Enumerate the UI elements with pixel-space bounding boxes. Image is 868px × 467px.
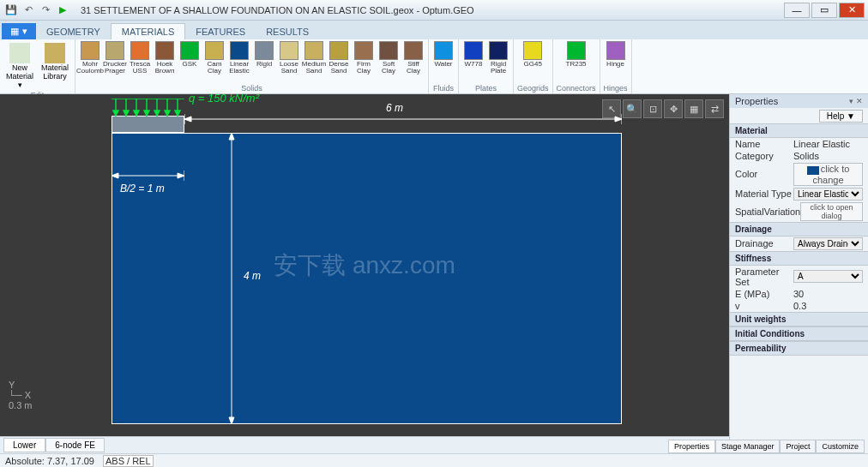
material-gsk[interactable]: GSK	[178, 41, 201, 68]
zoom-extents-icon[interactable]: ⊡	[643, 99, 662, 118]
material-new-material[interactable]: New Material ▾	[3, 41, 36, 90]
dim-height-label: 4 m	[244, 270, 261, 282]
svg-marker-11	[229, 133, 234, 140]
material-tr235[interactable]: TR235	[565, 41, 588, 68]
prop-color[interactable]: click to change	[793, 163, 863, 186]
prop-v[interactable]: 0.3	[793, 301, 863, 311]
material-material-library[interactable]: Material Library	[39, 41, 71, 81]
material-hinge[interactable]: Hinge	[605, 41, 627, 68]
tab-materials[interactable]: MATERIALS	[111, 23, 186, 39]
qat-undo-icon[interactable]: ↶	[21, 3, 36, 18]
minimize-button[interactable]: —	[784, 3, 810, 18]
material-firm-clay[interactable]: Firm Clay	[353, 41, 375, 75]
window-title: 31 SETTLEMENT OF A SHALLOW FOUNDATION ON…	[81, 5, 782, 15]
svg-marker-16	[112, 173, 118, 178]
footing-region[interactable]	[112, 116, 184, 133]
load-arrows	[112, 99, 184, 116]
material-w778[interactable]: W778	[462, 41, 485, 68]
qat-run-icon[interactable]: ▶	[55, 3, 70, 18]
help-button[interactable]: Help ▼	[819, 110, 863, 123]
prop-e[interactable]: 30	[793, 289, 863, 299]
file-tab[interactable]: ▦▾	[2, 23, 36, 39]
dim-width-label: 6 m	[386, 102, 403, 114]
material-hoek-brown[interactable]: Hoek Brown	[154, 41, 176, 75]
section-initial[interactable]: Initial Conditions	[730, 326, 868, 341]
grid-icon: ▦	[10, 26, 19, 37]
close-button[interactable]: ✕	[839, 3, 865, 18]
section-permeability[interactable]: Permeability	[730, 341, 868, 356]
qat-save-icon[interactable]: 💾	[3, 3, 19, 18]
grid-toggle-icon[interactable]: ▦	[684, 99, 703, 118]
dim-b2-label: B/2 = 1 m	[120, 183, 165, 195]
svg-marker-2	[113, 111, 118, 116]
panel-tab-properties[interactable]: Properties	[668, 440, 715, 453]
material-water[interactable]: Water	[432, 41, 455, 68]
svg-marker-17	[178, 173, 184, 178]
material-stiff-clay[interactable]: Stiff Clay	[402, 41, 425, 75]
section-unitweights[interactable]: Unit weights	[730, 312, 868, 326]
material-loose-sand[interactable]: Loose Sand	[278, 41, 300, 75]
material-gg45[interactable]: GG45	[521, 41, 544, 68]
status-coords: Absolute: 7.37, 17.09	[5, 456, 94, 466]
material-dense-sand[interactable]: Dense Sand	[328, 41, 350, 75]
tab-geometry[interactable]: GEOMETRY	[36, 24, 111, 39]
material-cam-clay[interactable]: Cam Clay	[203, 41, 226, 75]
prop-category: Solids	[793, 151, 863, 161]
prop-material-type[interactable]: Linear Elastic	[793, 188, 863, 201]
canvas-tab-6node[interactable]: 6-node FE	[45, 438, 105, 452]
prop-paramset[interactable]: A	[793, 270, 863, 283]
material-mohr-coulomb[interactable]: Mohr Coulomb	[79, 41, 101, 75]
prop-spatial[interactable]: click to open dialog	[800, 202, 863, 221]
snap-toggle-icon[interactable]: ⇄	[705, 99, 724, 118]
section-material[interactable]: Material	[730, 123, 868, 138]
material-linear-elastic[interactable]: Linear Elastic	[228, 41, 250, 75]
tab-features[interactable]: FEATURES	[185, 24, 256, 39]
panel-tab-project[interactable]: Project	[780, 440, 816, 453]
prop-name[interactable]: Linear Elastic	[793, 139, 863, 149]
panel-title: Properties	[735, 96, 778, 106]
material-soft-clay[interactable]: Soft Clay	[377, 41, 400, 75]
panel-tab-stage[interactable]: Stage Manager	[715, 440, 781, 453]
coord-mode-toggle[interactable]: ABS / REL	[103, 455, 154, 467]
material-tresca-uss[interactable]: Tresca USS	[129, 41, 151, 75]
axis-indicator: Y └─ X 0.3 m	[9, 380, 33, 410]
maximize-button[interactable]: ▭	[811, 3, 837, 18]
qat-redo-icon[interactable]: ↷	[38, 3, 53, 18]
dim-b2	[112, 167, 184, 184]
dim-height	[223, 133, 240, 424]
panel-tab-customize[interactable]: Customize	[816, 440, 865, 453]
svg-marker-7	[615, 117, 622, 122]
svg-marker-6	[184, 117, 191, 122]
section-drainage[interactable]: Drainage	[730, 222, 868, 236]
pan-icon[interactable]: ✥	[664, 99, 683, 118]
tab-results[interactable]: RESULTS	[256, 24, 319, 39]
properties-panel: Properties ▾ ✕ Help ▼ Material NameLinea…	[729, 94, 868, 453]
material-drucker-prager[interactable]: Drucker Prager	[104, 41, 126, 75]
canvas-tab-lower[interactable]: Lower	[3, 438, 45, 452]
material-rigid[interactable]: Rigid	[253, 41, 275, 68]
material-rigid-plate[interactable]: Rigid Plate	[487, 41, 509, 75]
section-stiffness[interactable]: Stiffness	[730, 251, 868, 266]
prop-drainage[interactable]: Always Drained	[793, 237, 863, 250]
model-canvas[interactable]: ↖ 🔍 ⊡ ✥ ▦ ⇄ q = 150 kN/m²	[0, 94, 729, 436]
material-medium-sand[interactable]: Medium Sand	[303, 41, 325, 75]
load-label: q = 150 kN/m²	[189, 94, 259, 105]
soil-region[interactable]	[112, 133, 622, 424]
svg-marker-12	[229, 417, 234, 424]
zoom-in-icon[interactable]: 🔍	[623, 99, 642, 118]
